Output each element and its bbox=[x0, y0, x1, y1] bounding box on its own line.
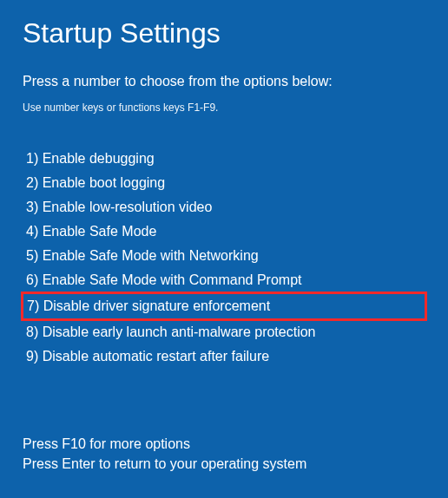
instruction-primary: Press a number to choose from the option… bbox=[23, 74, 425, 89]
page-title: Startup Settings bbox=[23, 17, 425, 49]
option-disable-driver-signature[interactable]: 7) Disable driver signature enforcement bbox=[21, 292, 427, 321]
option-enable-safe-mode[interactable]: 4) Enable Safe Mode bbox=[23, 220, 425, 244]
instruction-secondary: Use number keys or functions keys F1-F9. bbox=[23, 102, 425, 114]
option-enable-boot-logging[interactable]: 2) Enable boot logging bbox=[23, 171, 425, 195]
option-disable-anti-malware[interactable]: 8) Disable early launch anti-malware pro… bbox=[23, 320, 425, 344]
option-enable-safe-mode-networking[interactable]: 5) Enable Safe Mode with Networking bbox=[23, 244, 425, 268]
footer: Press F10 for more options Press Enter t… bbox=[23, 434, 306, 474]
footer-more-options: Press F10 for more options bbox=[23, 434, 306, 454]
option-enable-safe-mode-cmd[interactable]: 6) Enable Safe Mode with Command Prompt bbox=[23, 268, 425, 292]
option-enable-low-res-video[interactable]: 3) Enable low-resolution video bbox=[23, 195, 425, 220]
option-enable-debugging[interactable]: 1) Enable debugging bbox=[23, 147, 425, 171]
options-list: 1) Enable debugging 2) Enable boot loggi… bbox=[23, 147, 425, 369]
option-disable-auto-restart[interactable]: 9) Disable automatic restart after failu… bbox=[23, 344, 425, 369]
footer-return: Press Enter to return to your operating … bbox=[23, 454, 306, 474]
